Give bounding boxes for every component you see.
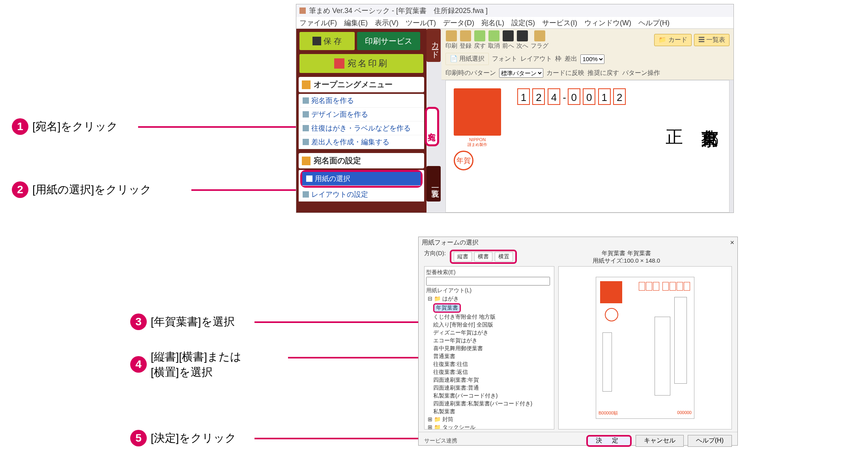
annotation-5: 5 [決定]をクリック (130, 430, 236, 446)
menu-settings[interactable]: 設定(S) (510, 17, 537, 28)
tree-item[interactable]: 往復葉書:返信 (426, 368, 552, 376)
btn-label: 取消 (488, 42, 500, 50)
tree-item[interactable]: 喜中見舞用郵便葉書 (426, 345, 552, 353)
tree-item[interactable]: 普通葉書 (426, 353, 552, 360)
opening-menu-header: オープニングメニュー (299, 77, 424, 92)
vtab-list[interactable]: 一覧表 (427, 166, 441, 202)
tree-item[interactable]: ディズニー年賀はがき (426, 329, 552, 337)
annotation-num-icon: 5 (130, 430, 147, 446)
layout-button[interactable]: レイアウト (520, 55, 552, 63)
tree-folder[interactable]: ⊞ 📁 タックシール (426, 424, 552, 429)
ok-button[interactable]: 決 定 (586, 435, 631, 447)
atena-settings-label: 宛名面の設定 (314, 155, 361, 166)
tree-item[interactable]: くじ付き寄附金付 地方版 (426, 313, 552, 321)
zoom-select[interactable]: 100% (580, 54, 604, 64)
prev-button[interactable]: 前へ (502, 30, 514, 50)
btn-label: 戻す (474, 42, 486, 50)
btn-label: フォント (492, 55, 517, 62)
menu-tool[interactable]: ツール(T) (404, 17, 438, 28)
paper-select-button[interactable]: 📄 用紙選択 (445, 53, 489, 65)
menu-window[interactable]: ウィンドウ(W) (583, 17, 633, 28)
cancel-button[interactable]: キャンセル (636, 435, 684, 447)
opening-menu-label: オープニングメニュー (314, 79, 393, 90)
tree-item-nenga[interactable]: 年賀葉書 (426, 303, 552, 313)
tag-label: カード (668, 36, 687, 43)
tree-item[interactable]: 往復葉書:往信 (426, 360, 552, 368)
frame-button[interactable]: 枠 (555, 55, 561, 63)
tree-item[interactable]: 絵入り[寄附金付] 全国版 (426, 321, 552, 329)
sidebar-item-layout-settings[interactable]: レイアウトの設定 (299, 188, 424, 202)
reset-recommended-button[interactable]: 推奨に戻す (587, 69, 619, 77)
menu-edit[interactable]: 編集(E) (342, 17, 369, 28)
menu-data[interactable]: データ(D) (441, 17, 476, 28)
annotation-num-icon: 1 (12, 118, 28, 135)
tree-item[interactable]: エコー年賀はがき (426, 337, 552, 345)
tree-item[interactable]: 私製葉書 (426, 408, 552, 416)
vtab-card[interactable]: カード (427, 29, 441, 62)
btn-label: 登録 (460, 42, 471, 50)
sender-button[interactable]: 差出 (565, 55, 577, 63)
help-button[interactable]: ヘルプ(H) (688, 435, 732, 447)
undo-button[interactable]: 戻す (474, 30, 486, 50)
tree-item[interactable]: 四面連刷葉書:年賀 (426, 376, 552, 384)
pattern-label: 印刷時のパターン (445, 69, 496, 77)
tree-item[interactable]: 四面連刷葉書:私製葉書(バーコード付き) (426, 400, 552, 408)
btn-label: フラグ (531, 42, 548, 50)
list-tag-button[interactable]: ☰ 一覧表 (694, 34, 730, 46)
close-icon[interactable]: × (730, 239, 734, 247)
tag-label: 一覧表 (706, 36, 725, 43)
vtab-atena[interactable]: 宛名 (425, 107, 439, 146)
menu-file[interactable]: ファイル(F) (298, 17, 339, 28)
reflect-card-button[interactable]: カードに反映 (546, 69, 584, 77)
sidebar-item-label: レイアウトの設定 (311, 190, 368, 199)
orient-horizontal-button[interactable]: 横書 (474, 252, 492, 261)
sidebar-item-paper-select[interactable]: 用紙の選択 (302, 172, 421, 186)
annotation-2: 2 [用紙の選択]をクリック (12, 181, 152, 198)
pattern-ops-button[interactable]: パターン操作 (622, 69, 660, 77)
orient-vertical-button[interactable]: 縦書 (454, 252, 472, 261)
redo-button[interactable]: 取消 (488, 30, 500, 50)
atena-print-label: 宛名印刷 (348, 58, 389, 69)
redo-icon (488, 30, 499, 41)
zip-digit: 1 (517, 88, 530, 105)
annotation-num-icon: 2 (12, 181, 28, 198)
orient-landscape-button[interactable]: 横置 (495, 252, 513, 261)
menu-view[interactable]: 表示(V) (373, 17, 400, 28)
sidebar-item-sender-edit[interactable]: 差出人を作成・編集する (299, 135, 424, 149)
atena-print-button[interactable]: 宛名印刷 (299, 54, 423, 73)
tree-item[interactable]: 四面連刷葉書:普通 (426, 384, 552, 392)
titlebar: 筆まめ Ver.34 ベーシック - [年賀葉書 住所録2025.fwa ] (296, 4, 733, 17)
menu-atena[interactable]: 宛名(L) (480, 17, 506, 28)
toolbar-row-2: 📄 用紙選択 フォント レイアウト 枠 差出 100% (441, 51, 733, 67)
tree-folder-hagaki[interactable]: ⊟ 📁 はがき (426, 295, 552, 303)
print-service-button[interactable]: 印刷サービス (357, 32, 420, 50)
paper-form-dialog: 用紙フォームの選択 × 方向(D): 縦書 横書 横置 年賀葉書 年賀葉書 用紙… (418, 237, 738, 446)
sidebar-item-atena-create[interactable]: 宛名面を作る (299, 94, 424, 108)
register-button[interactable]: 登録 (460, 30, 471, 50)
postcard-preview: NIPPON 謹まめ製作 年賀 1 2 4 - 0 0 1 2 東京都葛 正 (445, 80, 730, 213)
preview-postcard: B00000額 000000 (596, 277, 694, 419)
menu-service[interactable]: サービス(I) (541, 17, 579, 28)
pattern-select[interactable]: 標準パターン (499, 68, 543, 78)
print-button[interactable]: 印刷 (445, 30, 457, 50)
save-label: 保 存 (324, 36, 342, 47)
font-button[interactable]: フォント (492, 55, 517, 63)
flag-button[interactable]: フラグ (531, 30, 548, 50)
tree-folder[interactable]: ⊞ 📁 封筒 (426, 416, 552, 424)
zip-gap: - (563, 89, 565, 106)
card-tag-button[interactable]: 📁 カード (654, 34, 691, 46)
doc-icon (303, 139, 309, 145)
menu-help[interactable]: ヘルプ(H) (637, 17, 671, 28)
sidebar-item-postcard-label[interactable]: 往復はがき・ラベルなどを作る (299, 121, 424, 135)
annotation-4: 4 [縦書][横書]または [横置]を選択 (130, 349, 300, 380)
save-button[interactable]: 保 存 (299, 32, 355, 50)
sidebar-item-design-create[interactable]: デザイン面を作る (299, 108, 424, 121)
btn-label: レイアウト (520, 55, 552, 62)
next-button[interactable]: 次へ (516, 30, 528, 50)
service-link[interactable]: サービス連携 (424, 437, 457, 444)
tree-item[interactable]: 私製葉書(バーコード付き) (426, 392, 552, 400)
zip-digit: 2 (613, 88, 626, 105)
next-icon (517, 30, 528, 41)
search-input[interactable] (426, 277, 550, 286)
preview-foot-right: 000000 (677, 410, 692, 416)
